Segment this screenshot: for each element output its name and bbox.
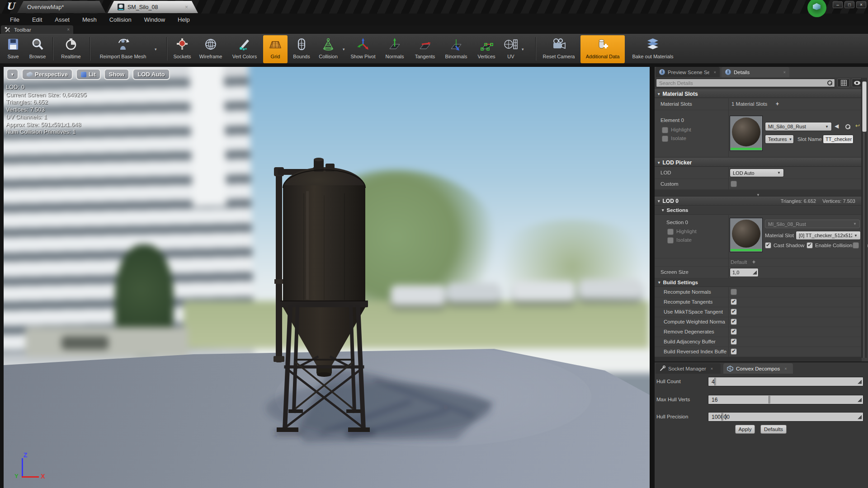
- menu-edit[interactable]: Edit: [27, 15, 47, 24]
- menu-window[interactable]: Window: [139, 15, 170, 24]
- vertices-button[interactable]: Vertices: [474, 35, 499, 63]
- close-tab-icon[interactable]: ×: [185, 4, 188, 10]
- force-checkbox[interactable]: [853, 242, 859, 249]
- custom-checkbox[interactable]: [731, 181, 737, 187]
- reversed-index-buffer-checkbox[interactable]: [731, 348, 737, 355]
- reset-to-default-icon[interactable]: ↩: [855, 122, 860, 129]
- textures-dropdown[interactable]: Textures▼: [765, 135, 794, 144]
- enable-collision-checkbox[interactable]: [807, 242, 813, 249]
- menu-help[interactable]: Help: [172, 15, 195, 24]
- show-button[interactable]: Show: [104, 69, 130, 80]
- reset-camera-button[interactable]: Reset Camera: [540, 35, 578, 63]
- hull-precision-slider[interactable]: 100000: [708, 412, 863, 422]
- additional-data-toggle-button[interactable]: Additional Data: [580, 35, 625, 63]
- lod-dropdown[interactable]: LOD Auto▼: [730, 169, 784, 177]
- isolate-checkbox[interactable]: [667, 237, 674, 244]
- viewport-options-dropdown[interactable]: ▼: [6, 69, 19, 80]
- add-screen-size-button[interactable]: +: [752, 259, 755, 265]
- silo-mesh[interactable]: [4, 67, 650, 488]
- drag-corner-icon[interactable]: [753, 271, 757, 275]
- binormals-button[interactable]: Binormals: [441, 35, 471, 63]
- reimport-base-mesh-button[interactable]: Reimport Base Mesh: [93, 35, 153, 63]
- tab-preview-scene-settings[interactable]: i Preview Scene Sett ×: [656, 67, 720, 77]
- category-lod-picker[interactable]: ▾ LOD Picker: [655, 158, 862, 167]
- browse-button[interactable]: Browse: [25, 35, 50, 63]
- highlight-checkbox[interactable]: [667, 229, 674, 235]
- menu-file[interactable]: File: [5, 15, 25, 24]
- collision-dropdown-icon[interactable]: ▾: [343, 47, 345, 52]
- close-icon[interactable]: ×: [67, 27, 70, 32]
- tab-details[interactable]: i Details ×: [722, 67, 789, 77]
- material-dropdown[interactable]: MI_Silo_08_Rust▼: [765, 122, 832, 131]
- scrollbar-thumb[interactable]: [862, 81, 867, 132]
- adjacency-buffer-checkbox[interactable]: [731, 338, 737, 345]
- drag-corner-icon[interactable]: [858, 415, 862, 419]
- defaults-button[interactable]: Defaults: [760, 425, 787, 434]
- grid-toggle-button[interactable]: Grid: [263, 35, 288, 63]
- expander-strip[interactable]: ▼: [655, 190, 862, 197]
- remove-degenerates-checkbox[interactable]: [731, 328, 737, 335]
- material-slot-dropdown[interactable]: [0] TT_checker_512x512_▼: [796, 231, 861, 240]
- category-material-slots[interactable]: ▾ Material Slots: [655, 89, 862, 98]
- viewport[interactable]: ▼ Perspective Lit Show LOD Auto LOD: 0 C…: [4, 67, 650, 488]
- display-filter-button[interactable]: [837, 79, 850, 87]
- restore-button[interactable]: □: [844, 1, 854, 8]
- slider-handle[interactable]: [715, 378, 716, 385]
- close-icon[interactable]: ×: [714, 70, 716, 75]
- mikktspace-checkbox[interactable]: [731, 309, 737, 315]
- lit-mode-button[interactable]: Lit: [76, 69, 101, 80]
- apply-button[interactable]: Apply: [735, 425, 755, 434]
- show-pivot-button[interactable]: Show Pivot: [348, 35, 378, 63]
- close-button[interactable]: ×: [856, 1, 866, 8]
- menu-asset[interactable]: Asset: [49, 15, 75, 24]
- slider-handle[interactable]: [722, 413, 723, 421]
- uv-button[interactable]: UV: [502, 35, 520, 63]
- reimport-dropdown-icon[interactable]: ▾: [155, 47, 157, 52]
- search-input[interactable]: [656, 79, 835, 87]
- weighted-normals-checkbox[interactable]: [731, 319, 737, 325]
- normals-button[interactable]: Normals: [382, 35, 408, 63]
- doc-tab-sm-silo-08[interactable]: SM_Silo_08 ×: [108, 1, 198, 13]
- isolate-checkbox[interactable]: [662, 136, 668, 142]
- section-material-thumbnail[interactable]: [730, 218, 763, 252]
- menu-collision[interactable]: Collision: [104, 15, 137, 24]
- wireframe-button[interactable]: Wireframe: [196, 35, 225, 63]
- lod-auto-button[interactable]: LOD Auto: [132, 69, 170, 80]
- uv-dropdown-icon[interactable]: ▾: [522, 47, 524, 52]
- category-lod0[interactable]: ▾ LOD 0 Triangles: 6.652 Vertices: 7.503: [655, 197, 862, 206]
- cast-shadow-checkbox[interactable]: [765, 242, 771, 249]
- close-icon[interactable]: ×: [784, 366, 787, 371]
- tab-socket-manager[interactable]: Socket Manager ×: [656, 363, 721, 374]
- highlight-checkbox[interactable]: [662, 127, 668, 133]
- drag-corner-icon[interactable]: [858, 380, 862, 384]
- slot-name-field[interactable]: TT_checker: [823, 135, 854, 144]
- use-selected-asset-icon[interactable]: ◀: [835, 123, 839, 129]
- recompute-tangents-checkbox[interactable]: [731, 299, 737, 305]
- sockets-button[interactable]: Sockets: [171, 35, 193, 63]
- hull-count-slider[interactable]: 4: [708, 377, 863, 386]
- bake-out-materials-button[interactable]: Bake out Materials: [627, 35, 678, 63]
- material-thumbnail[interactable]: [730, 116, 763, 151]
- vert-colors-button[interactable]: Vert Colors: [229, 35, 260, 63]
- close-icon[interactable]: ×: [711, 366, 713, 371]
- screen-size-field[interactable]: 1,0: [730, 268, 759, 277]
- max-hull-verts-slider[interactable]: 16: [708, 395, 863, 404]
- tab-convex-decomposition[interactable]: Convex Decompos ×: [723, 363, 793, 374]
- panel-splitter[interactable]: [650, 67, 655, 488]
- collision-button[interactable]: Collision: [316, 35, 341, 63]
- tangents-button[interactable]: Tangents: [411, 35, 439, 63]
- bounds-button[interactable]: Bounds: [290, 35, 313, 63]
- subcategory-sections[interactable]: ▾ Sections: [655, 206, 862, 215]
- subcategory-build-settings[interactable]: ▾ Build Settings: [655, 278, 862, 287]
- toolbar-tab[interactable]: Toolbar ×: [1, 25, 73, 34]
- realtime-button[interactable]: Realtime: [56, 35, 86, 63]
- recompute-normals-checkbox[interactable]: [731, 289, 737, 295]
- drag-corner-icon[interactable]: [858, 398, 862, 402]
- close-icon[interactable]: ×: [783, 70, 786, 75]
- slider-handle[interactable]: [769, 396, 770, 404]
- add-material-slot-button[interactable]: +: [776, 101, 779, 107]
- perspective-button[interactable]: Perspective: [22, 69, 73, 80]
- doc-tab-overviewmap[interactable]: OverviewMap*: [17, 1, 106, 13]
- save-button[interactable]: Save: [3, 35, 24, 63]
- minimize-button[interactable]: –: [833, 1, 843, 8]
